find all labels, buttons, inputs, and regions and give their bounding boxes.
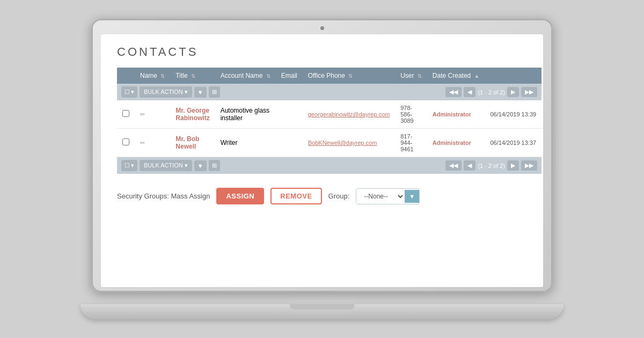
group-select[interactable]: --None-- bbox=[356, 189, 405, 204]
col-phone: Office Phone ⇅ bbox=[303, 68, 395, 84]
dropdown-arrow-icon: ▾ bbox=[131, 89, 134, 95]
table-row: ✏ Mr. George Rabinowitz Automotive glass… bbox=[117, 100, 543, 129]
row2-checkbox[interactable] bbox=[122, 138, 129, 145]
row2-account-cell bbox=[276, 129, 303, 157]
top-toolbar-inner: ☐ ▾ BULK ACTION ▾ ▼ ⊞ bbox=[121, 86, 537, 98]
row1-checkbox[interactable] bbox=[122, 110, 129, 117]
columns-icon: ⊞ bbox=[212, 89, 217, 95]
top-pagination-area: ◀◀ ◀ (1 - 2 of 2) ▶ ▶▶ bbox=[445, 87, 537, 97]
row1-date-cell: 06/14/2019 13:39 bbox=[485, 100, 541, 129]
row2-email-link[interactable]: BobKNewell@dayrep.com bbox=[308, 139, 377, 146]
row1-account-cell bbox=[276, 100, 303, 129]
laptop-camera bbox=[320, 26, 324, 30]
laptop-screen: CONTACTS Name ⇅ Title ⇅ bbox=[101, 34, 543, 287]
bottom-toolbar-cell: ☐ ▾ BULK ACTION ▾ ▼ ⊞ bbox=[117, 157, 541, 174]
mass-assign-section: Security Groups: Mass Assign ASSIGN REMO… bbox=[117, 183, 527, 209]
bulk-select-checkbox-btn[interactable]: ☐ ▾ bbox=[121, 86, 137, 98]
bottom-dropdown-icon: ▾ bbox=[131, 162, 134, 169]
laptop-base bbox=[80, 304, 564, 319]
row1-title-cell: Automotive glass installer bbox=[215, 100, 276, 129]
row1-name-link[interactable]: Mr. George Rabinowitz bbox=[175, 107, 209, 122]
col-date: Date Created ▲ bbox=[427, 68, 485, 84]
columns-icon-btn[interactable]: ⊞ bbox=[209, 86, 220, 98]
row1-user-link[interactable]: Administrator bbox=[433, 111, 471, 117]
remove-button[interactable]: REMOVE bbox=[270, 188, 321, 204]
bottom-pagination-area: ◀◀ ◀ (1 - 2 of 2) ▶ ▶▶ bbox=[445, 160, 537, 171]
phone-sort-icon[interactable]: ⇅ bbox=[348, 73, 353, 79]
bottom-toolbar-row: ☐ ▾ BULK ACTION ▾ ▼ ⊞ bbox=[117, 157, 543, 174]
next-page-btn[interactable]: ▶ bbox=[507, 87, 519, 97]
assign-button[interactable]: ASSIGN bbox=[216, 188, 264, 204]
table-row: ✏ Mr. Bob Newell Writer BobKNewell@dayre… bbox=[117, 129, 543, 157]
top-page-info: (1 - 2 of 2) bbox=[478, 89, 505, 95]
col-name: Name ⇅ bbox=[135, 68, 170, 84]
group-dropdown-arrow-icon[interactable]: ▼ bbox=[405, 190, 419, 203]
laptop-base-notch bbox=[290, 304, 354, 310]
page-title: CONTACTS bbox=[117, 45, 527, 59]
bottom-first-page-btn[interactable]: ◀◀ bbox=[445, 160, 462, 171]
group-label: Group: bbox=[328, 192, 350, 200]
row2-info-cell: ⓘ bbox=[541, 129, 543, 157]
date-sort-icon[interactable]: ▲ bbox=[474, 73, 480, 79]
col-email: Email bbox=[276, 68, 303, 84]
row2-title-cell: Writer bbox=[215, 129, 276, 157]
contacts-table: Name ⇅ Title ⇅ Account Name ⇅ bbox=[117, 68, 543, 174]
prev-page-btn[interactable]: ◀ bbox=[464, 87, 475, 97]
bottom-columns-icon: ⊞ bbox=[212, 162, 217, 168]
bottom-bulk-select-btn[interactable]: ☐ ▾ bbox=[121, 160, 137, 171]
top-toolbar-row: ☐ ▾ BULK ACTION ▾ ▼ ⊞ bbox=[117, 84, 543, 100]
mass-assign-label: Security Groups: Mass Assign bbox=[117, 192, 210, 200]
bottom-page-info: (1 - 2 of 2) bbox=[478, 163, 505, 169]
row1-email-link[interactable]: georgerabinowitz@dayrep.com bbox=[308, 111, 390, 117]
col-account: Account Name ⇅ bbox=[215, 68, 276, 84]
bottom-next-page-btn[interactable]: ▶ bbox=[507, 160, 519, 171]
table-header-row: Name ⇅ Title ⇅ Account Name ⇅ bbox=[117, 68, 543, 84]
row2-edit-cell: ✏ bbox=[135, 129, 170, 157]
row1-user-cell: Administrator bbox=[427, 100, 485, 129]
row2-check-cell bbox=[117, 129, 135, 157]
row1-check-cell bbox=[117, 100, 135, 129]
col-title: Title ⇅ bbox=[170, 68, 215, 84]
row1-phone-cell: 978-586-3089 bbox=[395, 100, 427, 129]
col-user: User ⇅ bbox=[395, 68, 427, 84]
bottom-filter-icon-btn[interactable]: ▼ bbox=[194, 160, 207, 171]
bottom-filter-icon: ▼ bbox=[197, 163, 203, 169]
bottom-last-page-btn[interactable]: ▶▶ bbox=[521, 160, 537, 171]
bottom-bulk-action-button[interactable]: BULK ACTION ▾ bbox=[140, 160, 192, 171]
bottom-columns-icon-btn[interactable]: ⊞ bbox=[209, 160, 220, 171]
row2-user-link[interactable]: Administrator bbox=[433, 139, 471, 146]
bulk-action-button[interactable]: BULK ACTION ▾ bbox=[140, 86, 192, 98]
bottom-checkbox-icon: ☐ bbox=[125, 162, 130, 169]
title-sort-icon[interactable]: ⇅ bbox=[191, 73, 195, 79]
row1-edit-cell: ✏ bbox=[135, 100, 170, 129]
row1-info-cell: ⓘ bbox=[541, 100, 543, 129]
user-sort-icon[interactable]: ⇅ bbox=[418, 73, 422, 79]
screen-content: CONTACTS Name ⇅ Title ⇅ bbox=[101, 34, 543, 287]
filter-icon: ▼ bbox=[197, 89, 203, 95]
first-page-btn[interactable]: ◀◀ bbox=[445, 87, 462, 97]
row2-edit-icon[interactable]: ✏ bbox=[140, 139, 145, 146]
bottom-prev-page-btn[interactable]: ◀ bbox=[464, 160, 475, 171]
row2-email-cell: BobKNewell@dayrep.com bbox=[303, 129, 395, 157]
checkbox-icon: ☐ bbox=[125, 89, 130, 95]
row2-name-cell: Mr. Bob Newell bbox=[170, 129, 215, 157]
name-sort-icon[interactable]: ⇅ bbox=[160, 73, 165, 79]
row2-name-link[interactable]: Mr. Bob Newell bbox=[175, 135, 199, 150]
row2-date-cell: 06/14/2019 13:37 bbox=[485, 129, 541, 157]
top-toolbar-cell: ☐ ▾ BULK ACTION ▾ ▼ ⊞ bbox=[117, 84, 541, 100]
row1-name-cell: Mr. George Rabinowitz bbox=[170, 100, 215, 129]
bottom-toolbar-inner: ☐ ▾ BULK ACTION ▾ ▼ ⊞ bbox=[121, 160, 537, 171]
row1-edit-icon[interactable]: ✏ bbox=[140, 111, 145, 117]
last-page-btn[interactable]: ▶▶ bbox=[521, 87, 537, 97]
account-sort-icon[interactable]: ⇅ bbox=[266, 73, 270, 79]
row2-phone-cell: 817-944-9461 bbox=[395, 129, 427, 157]
col-check bbox=[117, 68, 135, 84]
filter-icon-btn[interactable]: ▼ bbox=[194, 87, 207, 98]
row2-user-cell: Administrator bbox=[427, 129, 485, 157]
group-select-wrapper: --None-- ▼ bbox=[356, 188, 420, 204]
row1-email-cell: georgerabinowitz@dayrep.com bbox=[303, 100, 395, 129]
col-info bbox=[485, 68, 541, 84]
